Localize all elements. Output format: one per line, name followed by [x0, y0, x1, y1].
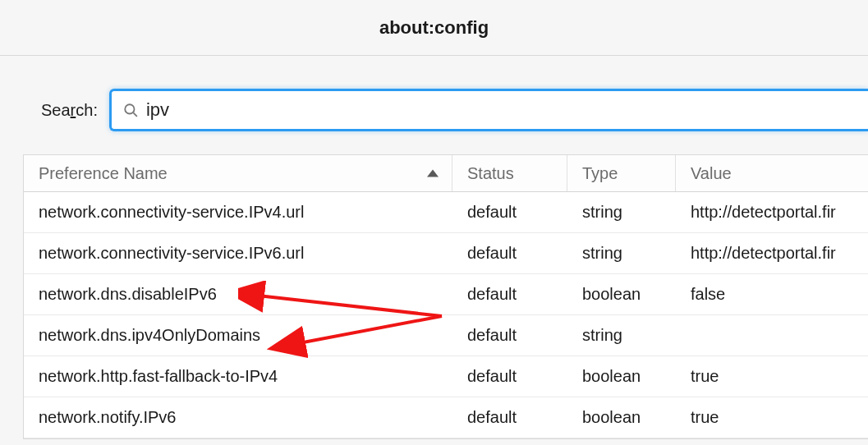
cell-type: boolean — [567, 356, 676, 397]
table-row[interactable]: network.http.fast-fallback-to-IPv4defaul… — [24, 356, 868, 397]
cell-type: string — [567, 315, 676, 356]
cell-preference-name: network.http.fast-fallback-to-IPv4 — [24, 356, 452, 397]
table-header-row: Preference Name Status Type Value — [24, 155, 868, 192]
cell-status: default — [452, 397, 567, 438]
cell-value: http://detectportal.fir — [676, 192, 868, 232]
cell-preference-name: network.notify.IPv6 — [24, 397, 452, 438]
cell-preference-name: network.dns.ipv4OnlyDomains — [24, 315, 452, 356]
table-row[interactable]: network.dns.ipv4OnlyDomainsdefaultstring — [24, 315, 868, 356]
cell-type: string — [567, 233, 676, 273]
table-row[interactable]: network.dns.disableIPv6defaultbooleanfal… — [24, 274, 868, 315]
preferences-table: Preference Name Status Type Value networ… — [23, 154, 868, 439]
titlebar: about:config — [0, 0, 868, 56]
search-input[interactable] — [138, 99, 868, 121]
table-row[interactable]: network.notify.IPv6defaultbooleantrue — [24, 397, 868, 438]
header-value[interactable]: Value — [676, 155, 868, 191]
cell-value — [676, 315, 868, 356]
svg-point-0 — [125, 104, 134, 113]
cell-preference-name: network.connectivity-service.IPv4.url — [24, 192, 452, 232]
cell-status: default — [452, 192, 567, 232]
cell-value: false — [676, 274, 868, 314]
search-row: Search: — [0, 56, 868, 154]
cell-value: true — [676, 356, 868, 397]
cell-value: true — [676, 397, 868, 438]
cell-type: string — [567, 192, 676, 232]
header-status[interactable]: Status — [452, 155, 567, 191]
header-preference-name[interactable]: Preference Name — [24, 155, 452, 191]
page-title: about:config — [379, 17, 489, 39]
table-row[interactable]: network.connectivity-service.IPv6.urldef… — [24, 233, 868, 274]
cell-preference-name: network.dns.disableIPv6 — [24, 274, 452, 314]
table-row[interactable]: network.connectivity-service.IPv4.urldef… — [24, 192, 868, 233]
cell-status: default — [452, 356, 567, 397]
cell-status: default — [452, 233, 567, 273]
cell-status: default — [452, 274, 567, 314]
cell-preference-name: network.connectivity-service.IPv6.url — [24, 233, 452, 273]
search-box[interactable] — [109, 89, 868, 131]
header-type[interactable]: Type — [567, 155, 676, 191]
search-icon — [123, 103, 138, 117]
cell-status: default — [452, 315, 567, 356]
search-label: Search: — [41, 101, 98, 120]
cell-type: boolean — [567, 397, 676, 438]
sort-ascending-icon — [427, 170, 439, 177]
cell-value: http://detectportal.fir — [676, 233, 868, 273]
cell-type: boolean — [567, 274, 676, 314]
svg-line-1 — [133, 112, 137, 117]
